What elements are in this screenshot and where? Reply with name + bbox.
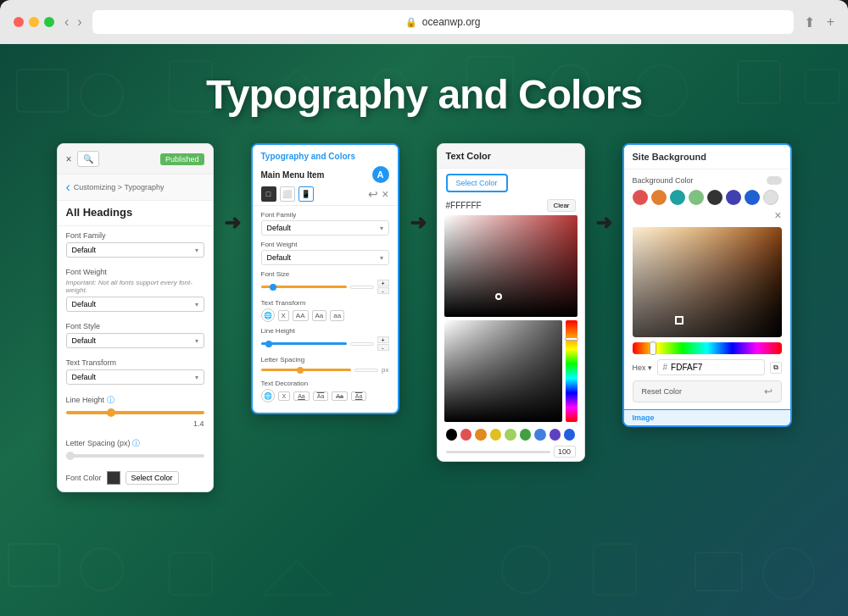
hex-format-dropdown[interactable]: Hex ▾ xyxy=(633,363,652,372)
line-height-slider[interactable] xyxy=(66,411,204,414)
customizer-search-box[interactable]: 🔍 xyxy=(77,151,99,167)
typo-letter-spacing-field: Letter Spacing px xyxy=(261,356,389,375)
letter-spacing-slider[interactable] xyxy=(66,454,204,458)
preset-teal[interactable] xyxy=(670,190,685,205)
typo-letter-spacing-label: Letter Spacing xyxy=(261,356,389,363)
decoration-blink[interactable]: Aa xyxy=(351,391,367,401)
maximize-button[interactable] xyxy=(44,17,54,27)
share-icon[interactable]: ⬆ xyxy=(804,14,815,31)
slider-thumb[interactable] xyxy=(270,284,276,291)
hex-input[interactable]: # FDFAF7 xyxy=(657,359,765,375)
reset-color-button[interactable]: Reset Color ↩ xyxy=(633,380,782,402)
font-size-input[interactable] xyxy=(350,286,374,289)
swatch-blue[interactable] xyxy=(534,429,545,441)
color-picker-close-button[interactable]: × xyxy=(774,208,781,222)
line-height-input[interactable] xyxy=(350,342,374,346)
big-color-picker[interactable] xyxy=(633,227,782,337)
customizer-section-title: All Headings xyxy=(58,201,213,226)
breadcrumb-back-button[interactable]: ‹ xyxy=(66,180,70,195)
swatch-navy[interactable] xyxy=(564,429,575,441)
typo-font-weight-select[interactable]: Default ▾ xyxy=(261,250,389,265)
opacity-slider[interactable] xyxy=(446,451,550,453)
slider-thumb[interactable] xyxy=(107,408,115,417)
globe-icon[interactable]: 🌐 xyxy=(261,308,275,322)
letter-spacing-input[interactable] xyxy=(354,369,378,372)
new-tab-icon[interactable]: + xyxy=(827,14,834,31)
globe-icon[interactable]: 🌐 xyxy=(261,389,275,402)
color-picker-gradient[interactable] xyxy=(444,215,577,317)
swatch-orange[interactable] xyxy=(475,429,486,441)
typo-font-family-select[interactable]: Default ▾ xyxy=(261,220,389,236)
swatch-lime[interactable] xyxy=(505,429,516,441)
customizer-close-button[interactable]: × xyxy=(66,153,72,165)
swatch-red[interactable] xyxy=(460,429,471,441)
text-transform-select[interactable]: Default ▾ xyxy=(66,369,204,385)
preset-orange[interactable] xyxy=(651,190,667,205)
big-hue-slider[interactable] xyxy=(633,342,782,354)
line-height-decrement[interactable]: - xyxy=(377,344,389,351)
opacity-value[interactable]: 100 xyxy=(554,446,576,458)
typo-panel-title: Typography and Colors xyxy=(261,152,389,161)
minimize-button[interactable] xyxy=(29,17,39,27)
text-transform-label: Text Transform xyxy=(66,358,204,367)
copy-hex-button[interactable]: ⧉ xyxy=(770,362,782,374)
font-style-select[interactable]: Default ▾ xyxy=(66,333,204,348)
swatch-purple[interactable] xyxy=(550,429,561,441)
tablet-icon[interactable]: ⬜ xyxy=(280,186,295,202)
select-color-button[interactable]: Select Color xyxy=(446,174,508,192)
preset-blue[interactable] xyxy=(745,190,760,205)
big-picker-thumb[interactable] xyxy=(675,316,683,325)
preset-green[interactable] xyxy=(689,190,704,205)
color-gradient-main[interactable] xyxy=(444,320,562,422)
clear-button[interactable]: Clear xyxy=(547,199,575,212)
color-picker-thumb[interactable] xyxy=(495,293,502,300)
slider-thumb[interactable] xyxy=(297,367,304,374)
line-height-slider[interactable] xyxy=(261,342,347,345)
line-height-increment[interactable]: + xyxy=(377,336,389,343)
preset-light[interactable] xyxy=(763,190,778,205)
hex-input-value[interactable]: FDFAF7 xyxy=(671,363,702,372)
forward-button[interactable]: › xyxy=(77,14,81,30)
text-color-panel: Text Color Select Color #FFFFFF Clear xyxy=(437,143,585,462)
swatch-yellow[interactable] xyxy=(490,429,501,441)
phone-icon[interactable]: 📱 xyxy=(298,186,314,202)
swatch-black[interactable] xyxy=(446,429,457,441)
font-size-decrement[interactable]: - xyxy=(377,287,389,294)
typo-close-icon[interactable]: × xyxy=(382,187,388,201)
decoration-none[interactable]: X xyxy=(278,391,291,401)
swatch-green[interactable] xyxy=(520,429,531,441)
font-size-increment[interactable]: + xyxy=(377,280,389,286)
hue-bar-thumb[interactable] xyxy=(565,337,578,341)
font-family-select[interactable]: Default ▾ xyxy=(66,242,204,258)
slider-thumb[interactable] xyxy=(265,341,272,347)
decoration-line-through[interactable]: Aa xyxy=(332,391,348,401)
font-size-slider[interactable] xyxy=(261,286,347,288)
back-button[interactable]: ‹ xyxy=(64,14,69,30)
transform-capitalize[interactable]: Aa xyxy=(312,310,327,321)
transform-uppercase[interactable]: AA xyxy=(293,310,309,321)
svg-rect-16 xyxy=(695,552,742,591)
slider-thumb[interactable] xyxy=(66,452,75,460)
big-hue-thumb[interactable] xyxy=(650,341,656,355)
transform-lowercase[interactable]: aa xyxy=(330,310,344,321)
font-weight-select[interactable]: Default ▾ xyxy=(66,297,204,312)
site-background-image-label: Image xyxy=(633,413,782,422)
decoration-overline[interactable]: Aa xyxy=(313,391,329,401)
reset-icon[interactable]: ↩ xyxy=(368,187,378,201)
browser-actions: ⬆ + xyxy=(804,14,834,31)
address-bar[interactable]: 🔒 oceanwp.org xyxy=(92,10,794,34)
preset-dark[interactable] xyxy=(707,190,722,205)
transform-x[interactable]: X xyxy=(278,310,289,321)
preset-navy[interactable] xyxy=(726,190,741,205)
bg-color-toggle[interactable] xyxy=(767,176,782,185)
svg-point-11 xyxy=(81,548,123,591)
hue-bar[interactable] xyxy=(566,320,577,422)
typo-ai-button[interactable]: A xyxy=(372,166,389,183)
letter-spacing-slider[interactable] xyxy=(261,369,352,371)
decoration-underline[interactable]: Aa xyxy=(293,391,310,401)
font-color-swatch[interactable] xyxy=(107,471,120,485)
close-button[interactable] xyxy=(14,17,24,27)
select-color-button[interactable]: Select Color xyxy=(126,471,179,485)
preset-red[interactable] xyxy=(633,190,648,205)
desktop-icon[interactable]: □ xyxy=(261,186,276,202)
